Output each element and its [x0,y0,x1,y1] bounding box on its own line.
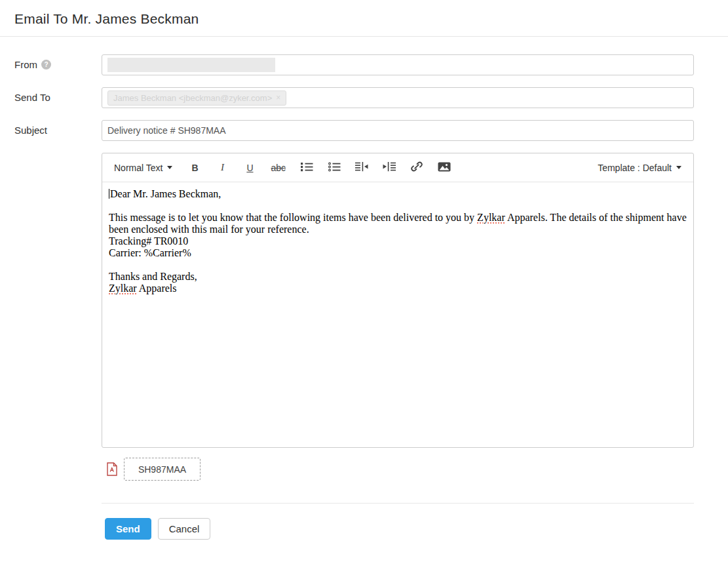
from-value-redacted [107,58,275,72]
body-greeting-line: Dear Mr. James Beckman, [109,188,687,200]
from-label: From [14,59,37,70]
text-cursor [109,189,109,199]
strikethrough-button[interactable]: abc [271,159,286,176]
send-to-label: Send To [14,92,50,103]
page-header: Email To Mr. James Beckman [0,0,728,37]
body-paragraph: This message is to let you know that the… [109,212,687,235]
attachment-row: SH987MAA [102,458,694,481]
subject-field-col: Delivery notice # SH987MAA [102,120,694,141]
body-tracking-line: Tracking# TR0010 [109,235,687,247]
from-input[interactable] [102,54,694,75]
subject-input[interactable]: Delivery notice # SH987MAA [102,120,694,141]
pdf-file-icon [107,462,117,476]
send-button[interactable]: Send [105,518,151,540]
subject-label-col: Subject [14,120,102,141]
body-signature-line: Zylkar Apparels [109,283,687,294]
link-button[interactable] [410,159,423,176]
send-to-label-col: Send To [14,87,102,108]
send-to-row: Send To James Beckman <jbeckman@zyker.co… [14,87,694,108]
chevron-down-icon [167,166,172,169]
circle-list-button[interactable] [328,159,341,176]
recipient-chip[interactable]: James Beckman <jbeckman@zyker.com> × [107,90,286,106]
format-dropdown-label: Normal Text [114,163,163,173]
italic-button[interactable]: I [216,159,229,176]
send-to-input[interactable]: James Beckman <jbeckman@zyker.com> × [102,87,694,108]
bold-button[interactable]: B [188,159,201,176]
from-row: From ? [14,54,694,75]
page-title: Email To Mr. James Beckman [14,11,714,27]
help-icon[interactable]: ? [41,60,51,70]
chip-remove-icon[interactable]: × [276,93,280,102]
attachment-file-name: SH987MAA [138,464,186,475]
subject-label: Subject [14,125,47,136]
underline-button[interactable]: U [243,159,256,176]
editor-label-col [14,153,102,540]
action-buttons: Send Cancel [102,518,694,540]
chevron-down-icon [676,166,681,169]
editor-field-col: Normal Text B I U abc [102,153,694,540]
template-dropdown-label: Template : Default [598,163,672,173]
outdent-button[interactable] [355,159,368,176]
subject-row: Subject Delivery notice # SH987MAA [14,120,694,141]
divider [102,503,694,504]
editor-row: Normal Text B I U abc [14,153,694,540]
rich-text-editor: Normal Text B I U abc [102,153,694,448]
image-icon [438,162,451,174]
bullet-list-icon [301,162,313,174]
attachment-chip[interactable]: SH987MAA [124,458,201,481]
recipient-chip-label: James Beckman <jbeckman@zyker.com> [113,93,272,103]
format-dropdown[interactable]: Normal Text [114,163,172,173]
editor-toolbar: Normal Text B I U abc [102,153,693,182]
misspelled-word: Zylkar [477,212,505,223]
bullet-list-button[interactable] [300,159,313,176]
image-button[interactable] [438,159,451,176]
body-carrier-line: Carrier: %Carrier% [109,247,687,259]
subject-value: Delivery notice # SH987MAA [107,125,226,136]
link-icon [411,161,423,174]
outdent-icon [355,162,368,174]
email-form: From ? Send To James Beckman <jbeckman@z… [0,37,728,540]
email-compose-page: Email To Mr. James Beckman From ? Send T… [0,0,728,540]
toolbar-buttons: B I U abc [188,159,451,176]
cancel-button[interactable]: Cancel [158,518,211,540]
template-dropdown[interactable]: Template : Default [598,163,681,173]
circle-list-icon [328,162,341,174]
from-field-col [102,54,694,75]
email-body-textarea[interactable]: Dear Mr. James Beckman, This message is … [102,182,693,447]
indent-icon [383,162,396,174]
help-icon-glyph: ? [44,61,48,68]
from-label-col: From ? [14,54,102,75]
send-to-field-col: James Beckman <jbeckman@zyker.com> × [102,87,694,108]
body-closing-line: Thanks and Regards, [109,271,687,283]
misspelled-word: Zylkar [109,283,137,294]
indent-button[interactable] [383,159,396,176]
